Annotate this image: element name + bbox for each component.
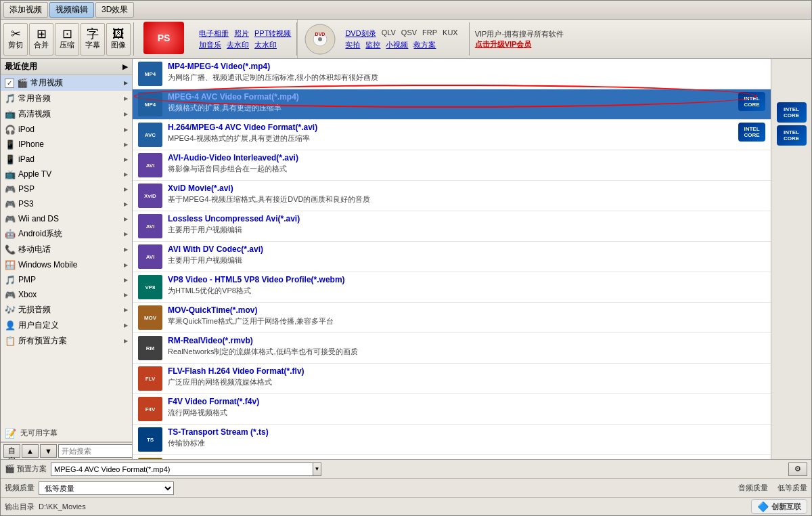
sidebar-item-user-defined[interactable]: 👤 用户自定义 ▶ xyxy=(1,318,132,333)
preset-value-input[interactable] xyxy=(51,463,313,476)
add-title-link[interactable]: 去水印 xyxy=(227,40,249,50)
format-icon-rm-realvideo: RM xyxy=(138,336,162,360)
ppt-link[interactable]: PPT转视频 xyxy=(254,28,291,39)
format-item-avi-audio-video[interactable]: AVI AVI-Audio-Video Interleaved(*.avi) 将… xyxy=(133,150,771,181)
format-item-dvd-vob[interactable]: DVD DVD-Video Format(*.vob) 输出DVD视频 xyxy=(133,455,771,459)
format-name-avi-dv-codec[interactable]: AVI With DV Codec(*.avi) xyxy=(168,244,765,254)
sidebar-checkbox-common-video[interactable]: ✓ xyxy=(5,79,14,88)
photo-link[interactable]: 照片 xyxy=(234,28,249,39)
sidebar-recent-label: 最近使用 xyxy=(5,61,37,72)
sidebar-item-pmp[interactable]: 🎵 PMP ▶ xyxy=(1,272,132,287)
sidebar-item-mobile[interactable]: 📞 移动电话 ▶ xyxy=(1,242,132,257)
format-info-dvd-vob: DVD-Video Format(*.vob) 输出DVD视频 xyxy=(168,458,765,459)
sidebar-item-android[interactable]: 🤖 Android系统 ▶ xyxy=(1,226,132,242)
sidebar-item-all-presets[interactable]: 📋 所有预置方案 ▶ xyxy=(1,333,132,349)
sidebar-label-ps3: PS3 xyxy=(18,199,121,209)
custom-btn[interactable]: 自定义 xyxy=(3,444,20,458)
quality-bar: 视频质量 低等质量 音频质量 低等质量 xyxy=(1,479,811,498)
format-name-vp8-webm[interactable]: VP8 Video - HTML5 VP8 Video Profile(*.we… xyxy=(168,275,765,284)
format-item-flv-flash[interactable]: FLV FLV-Flash H.264 Video Format(*.flv) … xyxy=(133,364,771,394)
format-name-mp4-mpeg4[interactable]: MP4-MPEG-4 Video(*.mp4) xyxy=(168,62,765,71)
sidebar-down-btn[interactable]: ▼ xyxy=(40,444,57,458)
sidebar-up-btn[interactable]: ▲ xyxy=(22,444,39,458)
format-name-lossless-avi[interactable]: Lossless Uncompressed Avi(*.avi) xyxy=(168,214,765,223)
sidebar-item-winmobile[interactable]: 🪟 Windows Mobile ▶ xyxy=(1,257,132,272)
cut-button[interactable]: ✂ 剪切 xyxy=(3,23,28,56)
format-name-ts-transport[interactable]: TS-Transport Stream (*.ts) xyxy=(168,427,765,437)
subtitle-icon: 字 xyxy=(87,28,99,40)
3d-effect-button[interactable]: 3D效果 xyxy=(95,2,134,18)
live-shoot-link[interactable]: 实拍 xyxy=(345,40,360,50)
output-bar: 输出目录 D:\KK_Movies 🔷 创新互联 xyxy=(1,498,811,515)
sidebar-item-ipod[interactable]: 🎧 iPod ▶ xyxy=(1,122,132,137)
preset-input-group: ▼ xyxy=(51,463,321,476)
format-item-h264-mpeg4[interactable]: AVC H.264/MPEG-4 AVC Video Format(*.avi)… xyxy=(133,120,771,150)
monitor-link[interactable]: 监控 xyxy=(365,40,380,50)
format-item-mpeg4-avc[interactable]: MP4 MPEG-4 AVC Video Format(*.mp4) 视频格式的… xyxy=(133,89,771,120)
dvd-burn-link[interactable]: DVD刻录 xyxy=(345,28,376,39)
sidebar-item-common-audio[interactable]: 🎵 常用音频 ▶ xyxy=(1,91,132,106)
add-video-button[interactable]: 添加视频 xyxy=(3,2,48,18)
sidebar-item-common-video[interactable]: ✓ 🎬 常用视频 ▶ xyxy=(1,75,132,91)
add-music-link[interactable]: 加音乐 xyxy=(199,40,221,50)
format-item-ts-transport[interactable]: TS TS-Transport Stream (*.ts) 传输协标准 xyxy=(133,425,771,455)
format-item-f4v-video[interactable]: F4V F4V Video Format(*.f4v) 流行网络视频格式 xyxy=(133,394,771,425)
format-name-dvd-vob[interactable]: DVD-Video Format(*.vob) xyxy=(168,458,765,459)
sidebar-label-appletv: Apple TV xyxy=(18,169,121,179)
merge-button[interactable]: ⊞ 合并 xyxy=(29,23,53,56)
short-video-link[interactable]: 小视频 xyxy=(386,40,408,50)
video-edit-button[interactable]: 视频编辑 xyxy=(49,2,94,18)
sidebar-scroll: 最近使用 ▶ ✓ 🎬 常用视频 ▶ 🎵 常用音频 ▶ xyxy=(1,59,132,425)
format-item-rm-realvideo[interactable]: RM RM-RealVideo(*.rmvb) RealNetworks制定的流… xyxy=(133,333,771,364)
preset-dropdown-btn[interactable]: ▼ xyxy=(313,463,321,476)
format-name-xvid-movie[interactable]: XviD Movie(*.avi) xyxy=(168,184,765,193)
chevron-right-icon-pmp: ▶ xyxy=(124,277,128,283)
format-item-xvid-movie[interactable]: XviD XviD Movie(*.avi) 基于MPEG4-视频压缩格式,具有… xyxy=(133,181,771,211)
sidebar-item-xbox[interactable]: 🎮 Xbox ▶ xyxy=(1,287,132,302)
sidebar-item-lossless-audio[interactable]: 🎶 无损音频 ▶ xyxy=(1,302,132,318)
xbox-icon: 🎮 xyxy=(5,289,16,300)
format-name-f4v-video[interactable]: F4V Video Format(*.f4v) xyxy=(168,397,765,406)
format-item-vp8-webm[interactable]: VP8 VP8 Video - HTML5 VP8 Video Profile(… xyxy=(133,272,771,303)
format-item-mov-quicktime[interactable]: MOV MOV-QuickTime(*.mov) 苹果QuickTime格式,广… xyxy=(133,303,771,333)
format-name-h264-mpeg4[interactable]: H.264/MPEG-4 AVC Video Format(*.avi) xyxy=(168,123,733,132)
sidebar-label-pmp: PMP xyxy=(18,275,121,284)
format-name-rm-realvideo[interactable]: RM-RealVideo(*.rmvb) xyxy=(168,336,765,345)
sidebar-label-user-defined: 用户自定义 xyxy=(18,320,121,331)
video-quality-select[interactable]: 低等质量 xyxy=(39,481,174,495)
sidebar-item-hd-video[interactable]: 📺 高清视频 ▶ xyxy=(1,106,132,122)
sidebar-item-iphone[interactable]: 📱 IPhone ▶ xyxy=(1,137,132,152)
preset-icon: 🎬 xyxy=(5,464,15,473)
sidebar-item-psp[interactable]: 🎮 PSP ▶ xyxy=(1,181,132,196)
sidebar-search-input[interactable] xyxy=(58,444,133,458)
sidebar-label-ipod: iPod xyxy=(18,125,121,134)
sidebar-item-ipad[interactable]: 📱 iPad ▶ xyxy=(1,152,132,167)
format-name-mov-quicktime[interactable]: MOV-QuickTime(*.mov) xyxy=(168,305,765,315)
compress-button[interactable]: ⊡ 压缩 xyxy=(55,23,79,56)
watermark-link[interactable]: 太水印 xyxy=(254,40,277,50)
format-name-flv-flash[interactable]: FLV-Flash H.264 Video Format(*.flv) xyxy=(168,366,765,376)
format-name-avi-audio-video[interactable]: AVI-Audio-Video Interleaved(*.avi) xyxy=(168,153,765,163)
photo-album-link[interactable]: 电子相册 xyxy=(199,28,229,39)
vip-text: VIP用户-拥有搜寻所有软件 xyxy=(475,29,564,39)
ipod-icon: 🎧 xyxy=(5,124,16,135)
chevron-right-icon-common: ▶ xyxy=(124,80,128,86)
format-item-avi-dv-codec[interactable]: AVI AVI With DV Codec(*.avi) 主要用于用户视频编辑 xyxy=(133,242,771,272)
format-info-rm-realvideo: RM-RealVideo(*.rmvb) RealNetworks制定的流媒体格… xyxy=(168,336,765,357)
image-button[interactable]: 🖼 图像 xyxy=(106,23,131,56)
settings-button[interactable]: ⚙ xyxy=(788,463,807,476)
format-desc-avi-dv-codec: 主要用于用户视频编辑 xyxy=(168,255,765,265)
chevron-right-icon-android: ▶ xyxy=(124,231,128,237)
dvd-link-row2: 实拍 监控 小视频 救方案 xyxy=(345,40,457,50)
format-item-mp4-mpeg4[interactable]: MP4 MP4-MPEG-4 Video(*.mp4) 为网络广播、视频通讯定制… xyxy=(133,59,771,89)
sidebar-item-ps3[interactable]: 🎮 PS3 ▶ xyxy=(1,196,132,211)
toolbar-link-row-top: 电子相册 照片 PPT转视频 xyxy=(199,28,291,39)
vip-upgrade-link[interactable]: 点击升级VIP会员 xyxy=(475,39,532,49)
sidebar-item-appletv[interactable]: 📺 Apple TV ▶ xyxy=(1,167,132,181)
subtitle-button[interactable]: 字 字幕 xyxy=(81,23,105,56)
format-name-mpeg4-avc[interactable]: MPEG-4 AVC Video Format(*.mp4) xyxy=(168,92,733,102)
scheme-link[interactable]: 救方案 xyxy=(413,40,436,50)
dvd-links: DVD刻录 QLV QSV FRP KUX 实拍 监控 小视频 救方案 xyxy=(340,27,463,51)
format-item-lossless-avi[interactable]: AVI Lossless Uncompressed Avi(*.avi) 主要用… xyxy=(133,211,771,242)
sidebar-item-wii[interactable]: 🎮 Wii and DS ▶ xyxy=(1,211,132,226)
